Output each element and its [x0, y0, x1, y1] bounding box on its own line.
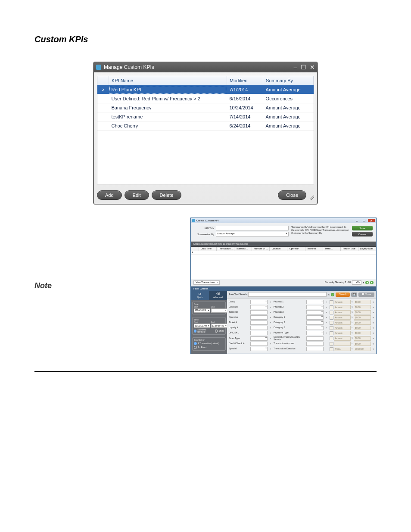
amount-checkbox[interactable] — [330, 300, 333, 304]
search-button[interactable]: Search — [336, 292, 350, 297]
clear-field-icon[interactable]: × — [268, 348, 273, 350]
date-end-input[interactable]: ▾ — [211, 308, 227, 313]
amount-checkbox[interactable] — [330, 336, 333, 340]
amount-from-input[interactable]: Amount — [334, 305, 351, 309]
column-header[interactable]: Transaction ... — [217, 247, 234, 251]
amount-to-input[interactable]: $0.00 — [354, 310, 371, 314]
amount-checkbox[interactable] — [330, 342, 333, 346]
amount-dropdown-icon[interactable]: ▾ — [372, 311, 374, 314]
radio-event[interactable] — [194, 346, 197, 349]
clear-field-icon[interactable]: × — [268, 343, 273, 345]
amount-from-input[interactable]: Amount — [334, 336, 351, 341]
column-header[interactable]: Terminal — [305, 247, 323, 251]
filter-field-input[interactable] — [250, 347, 268, 351]
filter-field-input[interactable] — [250, 300, 268, 304]
time-end-input[interactable]: 11:59:59 PM▾ — [211, 324, 227, 328]
amount-dropdown-icon[interactable]: ▾ — [372, 301, 374, 303]
amount-checkbox[interactable] — [330, 316, 333, 320]
clear-field-icon[interactable]: × — [268, 311, 273, 314]
amount-dropdown-icon[interactable]: ▾ — [372, 306, 374, 308]
kpi-grid[interactable]: KPI NameModifiedSummary By >Red Plum KPI… — [97, 76, 314, 184]
prev-page-button[interactable]: ◄ — [365, 281, 369, 284]
delete-button[interactable]: Delete — [152, 190, 182, 200]
filter-field-input[interactable] — [306, 315, 324, 320]
summarize-by-dropdown[interactable]: Amount Average — [216, 232, 289, 236]
clear-field-icon[interactable]: × — [268, 317, 273, 319]
next-page-button[interactable]: ► — [370, 281, 374, 284]
column-header[interactable]: KPI Name — [109, 76, 227, 85]
amount-dropdown-icon[interactable]: ▾ — [372, 332, 374, 334]
amount-to-input[interactable]: $0.00 — [354, 331, 371, 335]
tab-advanced[interactable]: 🗺 Advanced — [209, 291, 227, 300]
filter-field-input[interactable] — [306, 300, 324, 304]
close-button[interactable]: Close — [278, 190, 306, 200]
filter-field-input[interactable] — [250, 326, 268, 330]
clear-field-icon[interactable]: × — [268, 327, 273, 329]
amount-to-input[interactable]: $0.00 — [354, 326, 371, 330]
amount-checkbox[interactable] — [330, 347, 333, 351]
free-text-search-input[interactable] — [248, 292, 327, 297]
filter-field-input[interactable] — [250, 336, 268, 341]
filter-field-input[interactable] — [306, 305, 324, 309]
add-button[interactable]: Add — [97, 190, 122, 200]
close-filters-button[interactable]: ✖ Close — [358, 292, 374, 297]
column-header[interactable]: Number of I... — [252, 247, 270, 251]
close-icon[interactable]: ✕ — [310, 64, 315, 71]
minimize-icon[interactable]: ‒ — [293, 64, 297, 71]
clear-field-icon[interactable]: × — [324, 327, 329, 329]
amount-from-input[interactable] — [334, 342, 351, 346]
filter-field-input[interactable] — [306, 347, 324, 351]
column-header[interactable] — [191, 247, 199, 251]
filter-field-input[interactable] — [306, 320, 324, 325]
column-header[interactable]: Modified — [227, 76, 263, 85]
column-header[interactable]: Location — [270, 247, 287, 251]
table-row[interactable]: Choc Cherry6/24/2014Amount Average — [97, 121, 314, 131]
amount-from-input[interactable]: Amount — [334, 315, 351, 320]
amount-to-input[interactable]: $0.00 — [354, 336, 371, 341]
filter-field-input[interactable] — [250, 331, 268, 335]
table-row[interactable]: Banana Frequency10/24/2014Amount Average — [97, 103, 314, 112]
amount-to-input[interactable]: $0.00 — [354, 300, 371, 304]
amount-from-input[interactable]: Amount — [334, 326, 351, 330]
clear-field-icon[interactable]: × — [268, 322, 273, 324]
amount-from-input[interactable]: Amount — [334, 320, 351, 325]
filter-field-input[interactable] — [250, 342, 268, 346]
amount-dropdown-icon[interactable]: ▾ — [372, 348, 374, 350]
clear-field-icon[interactable]: × — [324, 311, 329, 314]
amount-from-input[interactable]: Amount — [334, 300, 351, 304]
page-size-dropdown-icon[interactable]: ▾ — [363, 281, 364, 284]
radio-shifts[interactable] — [215, 330, 218, 333]
clear-field-icon[interactable]: × — [324, 301, 329, 303]
table-row[interactable]: >Red Plum KPI7/1/2014Amount Average — [97, 85, 314, 94]
amount-checkbox[interactable] — [330, 331, 333, 335]
clear-field-icon[interactable]: × — [324, 332, 329, 334]
column-header[interactable]: Transacti... — [234, 247, 252, 251]
kpi-title-input[interactable] — [216, 226, 289, 230]
amount-to-input[interactable]: $0.00 — [354, 342, 371, 346]
clear-field-icon[interactable]: × — [324, 306, 329, 308]
cancel-button[interactable]: Cancel — [352, 232, 373, 236]
save-search-icon[interactable]: 💾 — [351, 292, 357, 297]
amount-from-input[interactable]: Trans. — [334, 347, 351, 351]
amount-dropdown-icon[interactable]: ▾ — [372, 337, 374, 339]
column-header[interactable]: Summary By — [263, 76, 314, 85]
filter-field-input[interactable] — [306, 331, 324, 335]
results-columns[interactable]: Date/TimeTransaction ...Transacti...Numb… — [191, 247, 376, 251]
view-dropdown[interactable]: View Transactions — [193, 280, 220, 285]
radio-standard[interactable] — [194, 330, 196, 333]
maximize-icon[interactable]: ☐ — [301, 64, 306, 71]
radio-transaction[interactable] — [194, 342, 197, 345]
amount-checkbox[interactable] — [330, 311, 333, 314]
amount-dropdown-icon[interactable]: ▾ — [372, 327, 374, 329]
filter-field-input[interactable] — [250, 320, 268, 325]
time-start-input[interactable]: 12:00:00 AM▾ — [194, 324, 210, 328]
column-header[interactable]: Tender Type — [341, 247, 358, 251]
amount-dropdown-icon[interactable]: ▾ — [372, 317, 374, 319]
amount-to-input[interactable]: 00:00:00 — [354, 347, 371, 351]
column-header[interactable]: Operator — [287, 247, 305, 251]
filter-field-input[interactable] — [250, 310, 268, 314]
clear-field-icon[interactable]: × — [268, 337, 273, 339]
maximize-icon[interactable]: ☐ — [361, 219, 367, 222]
amount-checkbox[interactable] — [330, 321, 333, 325]
filter-field-input[interactable] — [306, 342, 324, 346]
